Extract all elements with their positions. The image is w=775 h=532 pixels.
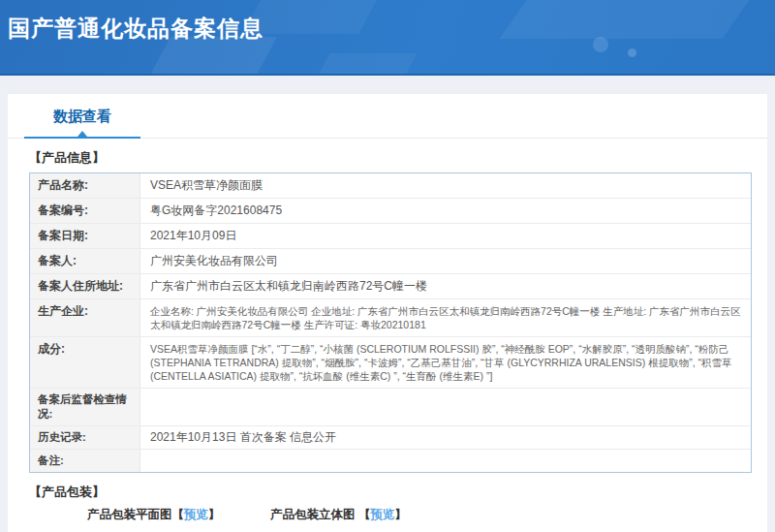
row-label: 备注:: [30, 450, 140, 472]
bracket-close: 】: [208, 508, 221, 521]
row-value: 广州安美化妆品有限公司: [140, 249, 751, 273]
row-value: 2021年10月13日 首次备案 信息公开: [140, 426, 751, 449]
tab-bar: 数据查看: [8, 94, 767, 139]
row-value: VSEA积雪草净颜面膜 [“水”, “丁二醇”, “小核菌 (SCLEROTIU…: [140, 337, 751, 388]
product-info-table: 产品名称: VSEA积雪草净颜面膜 备案编号: 粤G妆网备字2021608475…: [29, 172, 752, 473]
row-label: 备案编号:: [30, 199, 140, 223]
row-label: 备案人:: [30, 249, 140, 273]
table-row-ingredients: 成分: VSEA积雪草净颜面膜 [“水”, “丁二醇”, “小核菌 (SCLER…: [30, 336, 751, 388]
packaging-item-label: 产品包装平面图: [87, 508, 172, 521]
header-decoration: [242, 0, 387, 34]
row-value: 企业名称: 广州安美化妆品有限公司 企业地址: 广东省广州市白云区太和镇龙归南岭…: [140, 299, 751, 336]
packaging-item-3d: 产品包装立体图 【预览】: [270, 507, 407, 523]
table-row-registrant: 备案人: 广州安美化妆品有限公司: [30, 248, 751, 273]
row-label: 成分:: [30, 337, 140, 388]
bracket-open: 【: [358, 508, 371, 521]
table-row-product-name: 产品名称: VSEA积雪草净颜面膜: [30, 173, 751, 198]
table-row-filing-number: 备案编号: 粤G妆网备字2021608475: [30, 198, 751, 223]
page-header: 国产普通化妆品备案信息: [0, 0, 775, 76]
bracket-open: 【: [172, 508, 185, 521]
header-decoration-dot: [593, 37, 608, 52]
content-card: 数据查看 【产品信息】 产品名称: VSEA积雪草净颜面膜 备案编号: 粤G妆网…: [8, 94, 767, 532]
table-row-history: 历史记录: 2021年10月13日 首次备案 信息公开: [30, 425, 751, 449]
packaging-item-label: 产品包装立体图: [270, 508, 358, 521]
table-row-filing-date: 备案日期: 2021年10月09日: [30, 223, 751, 248]
header-decoration: [499, 0, 769, 39]
row-value: [140, 389, 751, 425]
row-value: 广东省广州市白云区太和镇龙归南岭西路72号C幢一楼: [140, 274, 751, 298]
table-row-supervision-check: 备案后监督检查情况:: [30, 388, 751, 425]
row-value: VSEA积雪草净颜面膜: [140, 173, 751, 198]
tab-data-view[interactable]: 数据查看: [24, 108, 140, 139]
header-decoration: [309, 53, 417, 76]
row-label: 备案日期:: [30, 224, 140, 248]
table-row-manufacturer: 生产企业: 企业名称: 广州安美化妆品有限公司 企业地址: 广东省广州市白云区太…: [30, 298, 751, 336]
packaging-item-flat: 产品包装平面图【预览】: [87, 507, 221, 523]
row-value: 粤G妆网备字2021608475: [140, 199, 751, 223]
table-row-registrant-address: 备案人住所地址: 广东省广州市白云区太和镇龙归南岭西路72号C幢一楼: [30, 273, 751, 298]
row-label: 备案后监督检查情况:: [30, 389, 140, 425]
row-value: 2021年10月09日: [140, 224, 751, 248]
row-label: 产品名称:: [30, 173, 140, 198]
packaging-3d-preview-link[interactable]: 预览: [370, 508, 394, 521]
row-label: 备案人住所地址:: [30, 274, 140, 298]
packaging-flat-preview-link[interactable]: 预览: [184, 508, 208, 521]
section-title-packaging: 【产品包装】: [29, 484, 767, 501]
bracket-close: 】: [394, 508, 407, 521]
page-title: 国产普通化妆品备案信息: [8, 14, 264, 44]
table-row-remarks: 备注:: [30, 449, 751, 472]
section-title-product-info: 【产品信息】: [29, 149, 767, 167]
packaging-items: 产品包装平面图【预览】 产品包装立体图 【预览】: [87, 507, 767, 523]
row-label: 历史记录:: [30, 426, 140, 449]
row-label: 生产企业:: [30, 299, 140, 336]
row-value: [140, 450, 751, 472]
header-decoration-dot: [628, 48, 636, 57]
